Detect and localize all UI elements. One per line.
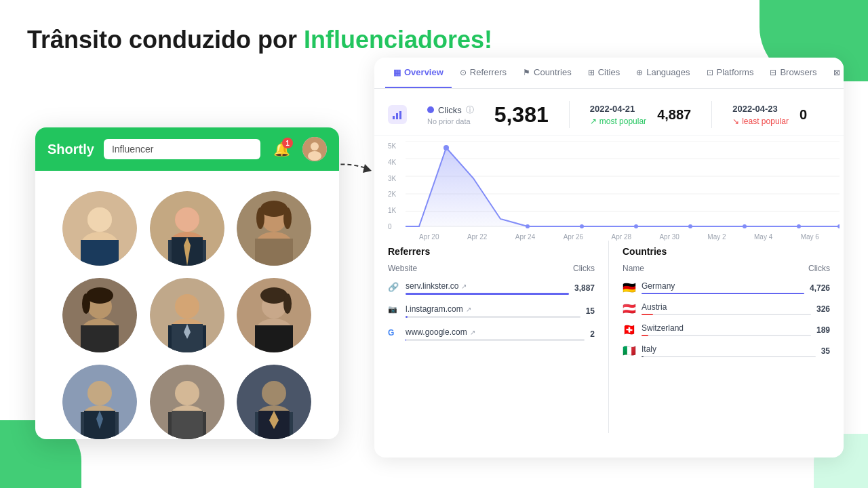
ref-icon-3: G	[388, 328, 400, 340]
analytics-panel: ▦ Overview ⊙ Referrers ⚑ Countries ⊞ Cit…	[374, 58, 844, 458]
svg-point-68	[443, 145, 449, 150]
hero-title: Trânsito conduzido por Influenciadores!	[27, 26, 492, 54]
tab-overview[interactable]: ▦ Overview	[385, 58, 452, 88]
no-prior-data: No prior data	[427, 117, 474, 125]
influencer-avatar-4[interactable]	[62, 278, 137, 352]
tab-platforms[interactable]: ⊡ Platforms	[698, 58, 762, 88]
influencer-avatar-2[interactable]	[150, 191, 224, 266]
search-input[interactable]	[104, 139, 260, 159]
bell-button[interactable]: 🔔 1	[270, 138, 293, 161]
svg-point-53	[262, 381, 286, 405]
ref-info-3: www.google.com ↗	[406, 327, 585, 341]
ref-bar-bg-3	[406, 339, 585, 341]
country-row-austria: 🇦🇹 Austria 326	[623, 302, 830, 315]
tab-referrers[interactable]: ⊙ Referrers	[452, 58, 515, 88]
chart-container: 5K 4K 3K 2K 1K 0	[374, 136, 844, 241]
countries-column: Countries Name Clicks 🇩🇪 Germany 4,726 🇦…	[609, 241, 830, 433]
influencer-avatar-1[interactable]	[62, 191, 137, 266]
flag-switzerland: 🇨🇭	[623, 323, 636, 336]
x-axis-labels: Apr 20 Apr 22 Apr 24 Apr 26 Apr 28 Apr 3…	[385, 233, 833, 241]
svg-point-70	[580, 224, 584, 228]
tab-countries[interactable]: ⚑ Countries	[515, 58, 580, 88]
country-bar-4	[642, 356, 644, 357]
referrer-row-1: 🔗 serv.linkster.co ↗ 3,887	[388, 281, 595, 295]
tab-devices[interactable]: ⊠ Devices	[825, 58, 844, 88]
tabs-bar: ▦ Overview ⊙ Referrers ⚑ Countries ⊞ Cit…	[374, 58, 844, 89]
svg-point-27	[86, 287, 113, 304]
tab-languages[interactable]: ⊕ Languages	[628, 58, 698, 88]
svg-point-71	[634, 224, 638, 228]
influencer-avatar-5[interactable]	[150, 278, 224, 352]
svg-point-22	[283, 207, 292, 229]
referrers-column: Referrers Website Clicks 🔗 serv.linkster…	[388, 241, 609, 433]
country-bar-bg-4	[642, 356, 816, 357]
svg-point-28	[82, 293, 90, 314]
title-highlight: Influenciadores!	[304, 26, 492, 54]
referrers-title: Referrers	[388, 246, 595, 257]
svg-point-40	[283, 293, 292, 314]
svg-point-30	[175, 294, 199, 319]
svg-rect-58	[393, 116, 395, 119]
svg-point-2	[311, 142, 319, 150]
ref-bar-1	[406, 293, 569, 295]
ref-bar-2	[406, 316, 408, 318]
divider-2	[711, 101, 712, 128]
country-info-germany: Germany	[642, 281, 804, 294]
country-bar-bg-3	[642, 335, 811, 336]
tab-cities[interactable]: ⊞ Cities	[580, 58, 629, 88]
svg-point-8	[87, 207, 112, 232]
influencer-avatar-3[interactable]	[237, 191, 311, 266]
svg-marker-0	[363, 164, 372, 173]
bell-badge: 1	[282, 138, 293, 148]
ref-bar-bg-2	[406, 316, 580, 318]
svg-point-3	[308, 151, 321, 161]
influencer-avatar-6[interactable]	[237, 278, 311, 352]
svg-point-72	[688, 224, 692, 228]
ref-info-2: l.instagram.com ↗	[406, 304, 580, 318]
svg-point-69	[526, 224, 530, 228]
ext-link-icon-3: ↗	[470, 329, 475, 336]
country-bar-1	[642, 293, 804, 294]
most-popular-label: ↗ most popular	[590, 117, 646, 126]
cities-icon: ⊞	[588, 68, 595, 77]
influencer-avatar-9[interactable]	[237, 365, 311, 439]
chart-toggle-button[interactable]	[388, 105, 407, 124]
shortly-header: Shortly 🔔 1	[35, 127, 339, 171]
country-row-switzerland: 🇨🇭 Switzerland 189	[623, 323, 830, 336]
country-row-italy: 🇮🇹 Italy 35	[623, 344, 830, 357]
languages-icon: ⊕	[636, 68, 643, 77]
country-bar-bg-2	[642, 314, 811, 315]
avatar[interactable]	[302, 137, 327, 161]
info-icon: ⓘ	[466, 104, 474, 116]
country-row-germany: 🇩🇪 Germany 4,726	[623, 281, 830, 294]
ref-info-1: serv.linkster.co ↗	[406, 281, 569, 295]
referrers-icon: ⊙	[460, 68, 467, 77]
influencer-avatar-8[interactable]	[150, 365, 224, 439]
influencer-avatar-7[interactable]	[62, 365, 137, 439]
clicks-label: Clicks ⓘ	[427, 104, 474, 116]
shortly-logo: Shortly	[47, 142, 94, 157]
line-chart	[406, 141, 840, 229]
tab-browsers[interactable]: ⊟ Browsers	[762, 58, 825, 88]
least-popular-label: ↘ least popular	[732, 117, 789, 126]
stats-area: Clicks ⓘ No prior data 5,381 2022-04-21 …	[374, 89, 844, 136]
y-axis-labels: 5K 4K 3K 2K 1K 0	[388, 142, 396, 230]
svg-marker-67	[406, 148, 840, 226]
bottom-section: Referrers Website Clicks 🔗 serv.linkster…	[374, 241, 844, 444]
referrers-header: Website Clicks	[388, 264, 595, 276]
svg-point-74	[797, 224, 801, 228]
overview-icon: ▦	[393, 68, 401, 77]
least-popular-value: 0	[800, 107, 807, 123]
shortly-panel: Shortly 🔔 1	[35, 127, 339, 439]
ref-bar-bg-1	[406, 293, 569, 295]
svg-point-21	[256, 207, 264, 229]
svg-point-75	[837, 224, 840, 228]
svg-rect-60	[399, 111, 401, 119]
svg-point-73	[743, 224, 747, 228]
svg-rect-59	[396, 113, 398, 119]
most-popular-block: 2022-04-21 ↗ most popular	[590, 104, 646, 126]
svg-rect-7	[81, 240, 119, 266]
devices-icon: ⊠	[833, 68, 840, 77]
countries-header: Name Clicks	[623, 264, 830, 276]
flag-austria: 🇦🇹	[623, 302, 636, 315]
